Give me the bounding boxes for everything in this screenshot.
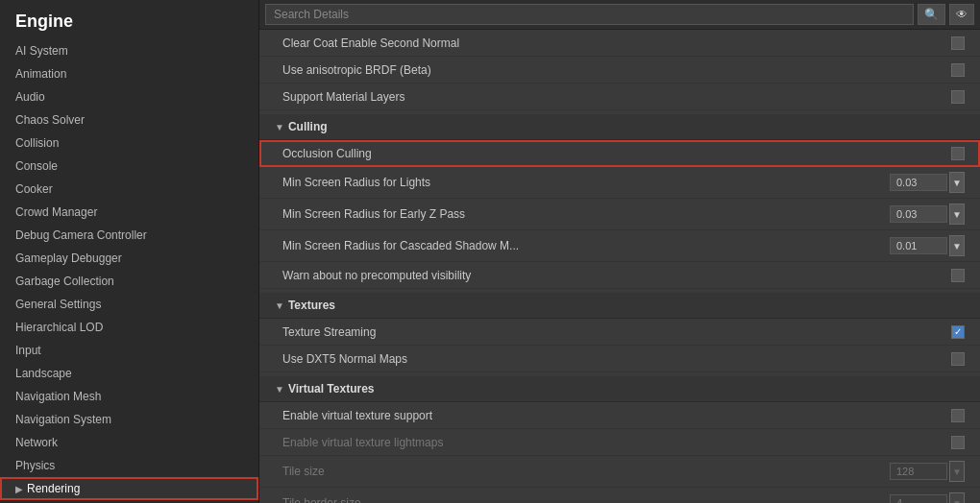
setting-row-min-screen-lights[interactable]: Min Screen Radius for Lights0.03▼ — [259, 167, 980, 199]
setting-row-min-screen-cascade[interactable]: Min Screen Radius for Cascaded Shadow M.… — [259, 230, 980, 262]
checkbox-enable-vt-lightmaps[interactable] — [951, 436, 965, 449]
checkbox-occlusion-culling[interactable] — [951, 147, 965, 160]
sidebar-item-label: Animation — [15, 67, 66, 81]
sidebar-item-audio[interactable]: Audio — [0, 85, 258, 108]
sidebar-item-chaos-solver[interactable]: Chaos Solver — [0, 108, 258, 132]
checkbox-clear-coat[interactable] — [951, 36, 965, 50]
sidebar: Engine AI SystemAnimationAudioChaos Solv… — [0, 0, 259, 503]
number-display-min-screen-cascade[interactable]: 0.01 — [890, 237, 947, 254]
spin-button-tile-size[interactable]: ▼ — [949, 461, 965, 482]
culling-settings-group: Occlusion CullingMin Screen Radius for L… — [259, 140, 980, 289]
sidebar-item-label: Crowd Manager — [15, 205, 97, 219]
sidebar-item-label: Hierarchical LOD — [15, 321, 103, 334]
setting-row-min-screen-early[interactable]: Min Screen Radius for Early Z Pass0.03▼ — [259, 199, 980, 230]
sidebar-item-navigation-mesh[interactable]: Navigation Mesh — [0, 385, 258, 408]
sidebar-item-label: Landscape — [15, 367, 72, 380]
search-bar: 🔍 👁 — [259, 0, 980, 30]
vt-collapse-icon: ▼ — [275, 384, 284, 395]
number-input-group-min-screen-early: 0.03▼ — [890, 204, 965, 225]
sidebar-item-debug-camera[interactable]: Debug Camera Controller — [0, 224, 258, 247]
setting-label-tile-size: Tile size — [282, 465, 890, 478]
checkbox-support-material[interactable] — [951, 90, 965, 104]
spin-button-tile-border-size[interactable]: ▼ — [949, 492, 965, 503]
setting-row-support-material[interactable]: Support Material Layers — [259, 84, 980, 110]
sidebar-item-label: Cooker — [15, 182, 53, 196]
sidebar-item-physics[interactable]: Physics — [0, 454, 258, 477]
setting-label-tile-border-size: Tile border size — [282, 496, 890, 503]
setting-label-min-screen-early: Min Screen Radius for Early Z Pass — [282, 207, 890, 221]
virtual-textures-section-header[interactable]: ▼ Virtual Textures — [259, 376, 980, 402]
vt-settings-group: Enable virtual texture supportEnable vir… — [259, 402, 980, 503]
sidebar-item-label: Chaos Solver — [15, 113, 85, 127]
sidebar-list: AI SystemAnimationAudioChaos SolverColli… — [0, 39, 258, 503]
number-input-group-min-screen-cascade: 0.01▼ — [890, 235, 965, 256]
sidebar-item-general-settings[interactable]: General Settings — [0, 293, 258, 316]
sidebar-item-label: Navigation Mesh — [15, 390, 101, 403]
setting-label-texture-streaming: Texture Streaming — [282, 325, 951, 339]
setting-row-anisotropic-brdf[interactable]: Use anisotropic BRDF (Beta) — [259, 57, 980, 84]
sidebar-item-animation[interactable]: Animation — [0, 62, 258, 85]
number-input-group-tile-border-size: 4▼ — [890, 492, 965, 503]
setting-label-enable-vt-lightmaps: Enable virtual texture lightmaps — [282, 436, 951, 449]
sidebar-item-label: Collision — [15, 136, 59, 150]
setting-label-use-dxt5: Use DXT5 Normal Maps — [282, 352, 951, 366]
spin-button-min-screen-lights[interactable]: ▼ — [949, 172, 965, 193]
sidebar-item-label: Console — [15, 159, 58, 173]
number-display-tile-size[interactable]: 128 — [890, 463, 947, 480]
number-display-tile-border-size[interactable]: 4 — [890, 494, 947, 503]
sidebar-item-navigation-system[interactable]: Navigation System — [0, 408, 258, 431]
sidebar-item-landscape[interactable]: Landscape — [0, 362, 258, 385]
sidebar-item-ai-system[interactable]: AI System — [0, 39, 258, 62]
eye-button[interactable]: 👁 — [949, 4, 974, 25]
sidebar-item-label: AI System — [15, 44, 68, 58]
setting-row-enable-vt-support[interactable]: Enable virtual texture support — [259, 402, 980, 429]
spin-button-min-screen-early[interactable]: ▼ — [949, 204, 965, 225]
setting-row-clear-coat[interactable]: Clear Coat Enable Second Normal — [259, 30, 980, 57]
checkbox-use-dxt5[interactable] — [951, 352, 965, 366]
sidebar-item-input[interactable]: Input — [0, 339, 258, 362]
sidebar-title: Engine — [0, 0, 258, 39]
textures-settings-group: Texture StreamingUse DXT5 Normal Maps — [259, 319, 980, 372]
top-settings-group: Clear Coat Enable Second NormalUse aniso… — [259, 30, 980, 110]
culling-section-header[interactable]: ▼ Culling — [259, 114, 980, 140]
main-panel: 🔍 👁 Clear Coat Enable Second NormalUse a… — [259, 0, 980, 503]
setting-row-use-dxt5[interactable]: Use DXT5 Normal Maps — [259, 346, 980, 372]
number-input-group-tile-size: 128▼ — [890, 461, 965, 482]
setting-row-enable-vt-lightmaps[interactable]: Enable virtual texture lightmaps — [259, 429, 980, 456]
sidebar-item-hierarchical-lod[interactable]: Hierarchical LOD — [0, 316, 258, 339]
sidebar-item-collision[interactable]: Collision — [0, 132, 258, 155]
setting-row-texture-streaming[interactable]: Texture Streaming — [259, 319, 980, 346]
sidebar-item-label: Network — [15, 436, 58, 449]
sidebar-item-rendering[interactable]: ▶Rendering — [0, 477, 258, 500]
number-display-min-screen-early[interactable]: 0.03 — [890, 205, 947, 223]
sidebar-item-garbage-collection[interactable]: Garbage Collection — [0, 270, 258, 293]
sidebar-item-label: Navigation System — [15, 413, 111, 426]
checkbox-texture-streaming[interactable] — [951, 325, 965, 339]
sidebar-item-label: Input — [15, 344, 41, 357]
setting-label-clear-coat: Clear Coat Enable Second Normal — [282, 36, 951, 50]
culling-section-title: Culling — [288, 120, 328, 133]
setting-row-tile-size[interactable]: Tile size128▼ — [259, 456, 980, 488]
sidebar-item-gameplay-debugger[interactable]: Gameplay Debugger — [0, 247, 258, 270]
textures-section-title: Textures — [288, 299, 335, 312]
checkbox-warn-visibility[interactable] — [951, 269, 965, 282]
checkbox-anisotropic-brdf[interactable] — [951, 63, 965, 77]
setting-row-warn-visibility[interactable]: Warn about no precomputed visibility — [259, 262, 980, 289]
sidebar-item-console[interactable]: Console — [0, 155, 258, 178]
search-input[interactable] — [265, 4, 914, 25]
textures-section-header[interactable]: ▼ Textures — [259, 293, 980, 319]
number-display-min-screen-lights[interactable]: 0.03 — [890, 174, 947, 191]
textures-collapse-icon: ▼ — [275, 300, 284, 311]
search-button[interactable]: 🔍 — [918, 4, 945, 25]
sidebar-item-cooker[interactable]: Cooker — [0, 178, 258, 201]
spin-button-min-screen-cascade[interactable]: ▼ — [949, 235, 965, 256]
setting-label-support-material: Support Material Layers — [282, 90, 951, 104]
sidebar-item-crowd-manager[interactable]: Crowd Manager — [0, 201, 258, 224]
sidebar-item-label: Garbage Collection — [15, 275, 114, 288]
setting-label-occlusion-culling: Occlusion Culling — [282, 147, 951, 160]
setting-row-occlusion-culling[interactable]: Occlusion Culling — [259, 140, 980, 167]
checkbox-enable-vt-support[interactable] — [951, 409, 965, 422]
sidebar-item-label: Audio — [15, 90, 45, 104]
sidebar-item-network[interactable]: Network — [0, 431, 258, 454]
setting-row-tile-border-size[interactable]: Tile border size4▼ — [259, 488, 980, 503]
